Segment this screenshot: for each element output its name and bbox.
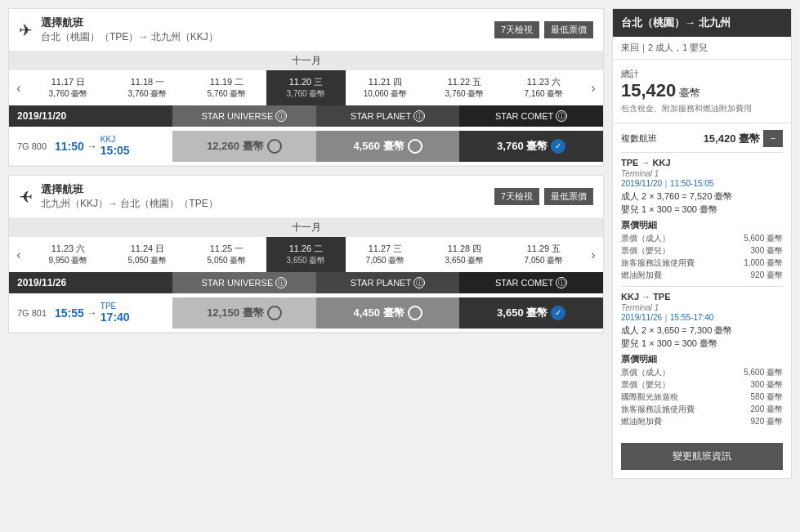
outbound-price-comet-0[interactable]: 3,760 臺幣 ✓ xyxy=(459,131,603,162)
outbound-price-universe-0[interactable]: 12,260 臺幣 xyxy=(172,131,316,162)
outbound-month: 十一月 xyxy=(9,51,603,70)
outbound-select-planet-0[interactable] xyxy=(408,139,422,154)
plane-icon: ✈ xyxy=(19,20,33,40)
inbound-date-6[interactable]: 11.29 五 7,050 臺幣 xyxy=(504,237,583,272)
inbound-cal-btn[interactable]: 7天檢視 xyxy=(494,188,539,205)
route1-adult: 成人 2 × 3,760 = 7,520 臺幣 xyxy=(621,190,783,203)
outbound-flight-num-0: 7G 800 xyxy=(17,141,50,151)
outbound-dep-time-0: 11:50 xyxy=(55,140,84,153)
universe-info-icon[interactable]: ⓘ xyxy=(275,110,287,122)
route1-fare-title: 票價明細 xyxy=(621,219,783,231)
inbound-date-day-1: 11.24 日 xyxy=(110,243,185,255)
outbound-price-planet-0[interactable]: 4,560 臺幣 xyxy=(316,131,460,162)
outbound-prev-arrow[interactable]: ‹ xyxy=(9,77,29,100)
route2-fare-tax-val: 580 臺幣 xyxy=(751,391,783,403)
outbound-select-universe-0[interactable] xyxy=(267,139,282,154)
outbound-route: 台北（桃園）（TPE）→ 北九州（KKJ） xyxy=(41,30,218,44)
outbound-date-price-2: 5,760 臺幣 xyxy=(190,88,264,100)
inbound-date-0[interactable]: 11.23 六 9,950 臺幣 xyxy=(29,237,108,272)
change-flight-btn[interactable]: 變更航班資訊 xyxy=(621,443,783,470)
inbound-next-arrow[interactable]: › xyxy=(583,244,603,266)
outbound-date-2[interactable]: 11.19 二 5,760 臺幣 xyxy=(187,70,266,105)
route1-fare-infant-val: 300 臺幣 xyxy=(751,245,783,257)
outbound-date-1[interactable]: 11.18 一 3,760 臺幣 xyxy=(108,70,187,105)
inbound-date-price-1: 5,050 臺幣 xyxy=(110,255,185,266)
outbound-cal-btn[interactable]: 7天檢視 xyxy=(494,21,539,38)
inbound-select-comet-0[interactable]: ✓ xyxy=(551,306,565,320)
inbound-price-universe-0[interactable]: 12,150 臺幣 xyxy=(172,297,316,329)
outbound-arr-code-0: KKJ xyxy=(101,135,130,144)
route2-fare-service-row: 旅客服務設施使用費 200 臺幣 xyxy=(621,404,783,415)
inbound-dates-row: ‹ 11.23 六 9,950 臺幣 11.24 日 5,050 臺幣 11.2… xyxy=(9,237,603,272)
inbound-price-comet-0[interactable]: 3,650 臺幣 ✓ xyxy=(459,297,603,329)
route2-fare-tax-label: 國際觀光旅遊稅 xyxy=(621,391,678,403)
inbound-date-3[interactable]: 11.26 二 3,650 臺幣 xyxy=(266,237,346,272)
outbound-date-day-1: 11.18 一 xyxy=(110,76,185,88)
route1-fare-adult-row: 票價（成人） 5,600 臺幣 xyxy=(621,233,783,244)
route2-fare-adult-val: 5,600 臺幣 xyxy=(744,367,783,378)
outbound-date-price-6: 7,160 臺幣 xyxy=(507,88,581,100)
outbound-select-comet-0[interactable]: ✓ xyxy=(551,139,565,154)
route2-fare-adult-row: 票價（成人） 5,600 臺幣 xyxy=(621,367,783,378)
inbound-date-price-5: 3,650 臺幣 xyxy=(427,255,502,266)
inbound-universe-info-icon[interactable]: ⓘ xyxy=(275,277,287,288)
pax-info: 來回｜2 成人，1 嬰兒 xyxy=(621,42,708,52)
divider-2 xyxy=(621,286,783,287)
inbound-date-price-4: 7,050 臺幣 xyxy=(348,255,422,266)
divider-1 xyxy=(621,152,783,153)
inbound-date-2[interactable]: 11.25 一 5,050 臺幣 xyxy=(187,237,266,272)
inbound-planet-info-icon[interactable]: ⓘ xyxy=(413,277,425,288)
inbound-date-day-3: 11.26 二 xyxy=(269,243,343,255)
remove-flight-btn[interactable]: － xyxy=(763,130,783,147)
inbound-route: 北九州（KKJ）→ 台北（桃園）（TPE） xyxy=(41,197,218,211)
outbound-date-price-5: 3,760 臺幣 xyxy=(427,88,502,100)
inbound-date-1[interactable]: 11.24 日 5,050 臺幣 xyxy=(108,237,187,272)
outbound-date-5[interactable]: 11.22 五 3,760 臺幣 xyxy=(425,70,504,105)
multi-flight-row: 複數航班 15,420 臺幣 － xyxy=(621,130,783,147)
route1-fare-fuel-label: 燃油附加費 xyxy=(621,270,662,281)
outbound-price-btn[interactable]: 最低票價 xyxy=(544,21,593,38)
outbound-date-day-0: 11.17 日 xyxy=(31,76,105,88)
route2-arrow: → xyxy=(641,292,650,302)
outbound-date-6[interactable]: 11.23 六 7,160 臺幣 xyxy=(504,70,583,105)
outbound-date-4[interactable]: 11.21 四 10,060 臺幣 xyxy=(346,70,425,105)
total-note: 包含稅金、附加服務和燃油附加費用 xyxy=(621,103,783,114)
inbound-price-btn[interactable]: 最低票價 xyxy=(544,188,593,205)
inbound-tier-comet: STAR COMET ⓘ xyxy=(459,272,603,293)
inbound-price-planet-0[interactable]: 4,450 臺幣 xyxy=(316,297,460,329)
outbound-next-arrow[interactable]: › xyxy=(583,77,603,100)
inbound-flight-row-0: 7G 801 15:55 → TPE 17:40 12,150 臺幣 xyxy=(9,293,603,333)
outbound-arr-time-0: 15:05 xyxy=(101,144,130,157)
outbound-date-0[interactable]: 11.17 日 3,760 臺幣 xyxy=(29,70,108,105)
inbound-section: ✈ 選擇航班 北九州（KKJ）→ 台北（桃園）（TPE） 7天檢視 最低票價 十… xyxy=(8,175,604,333)
route2-fare-title: 票價明細 xyxy=(621,353,783,365)
inbound-date-price-3: 3,650 臺幣 xyxy=(269,255,343,266)
sidebar-flights: 複數航班 15,420 臺幣 － TPE → KKJ Terminal 1 20… xyxy=(613,123,791,435)
inbound-date-5[interactable]: 11.28 四 3,650 臺幣 xyxy=(425,237,504,272)
inbound-tier-universe: STAR UNIVERSE ⓘ xyxy=(172,272,316,293)
route1-terminal: Terminal 1 xyxy=(621,169,783,178)
inbound-comet-info-icon[interactable]: ⓘ xyxy=(556,277,567,288)
outbound-date-day-4: 11.21 四 xyxy=(348,76,422,88)
inbound-date-day-0: 11.23 六 xyxy=(31,243,105,255)
route1-fare-infant-label: 票價（嬰兒） xyxy=(621,245,670,257)
total-amount: 15,420 xyxy=(621,80,676,101)
outbound-header: ✈ 選擇航班 台北（桃園）（TPE）→ 北九州（KKJ） 7天檢視 最低票價 xyxy=(9,9,603,51)
plane-return-icon: ✈ xyxy=(19,187,33,207)
inbound-title: 選擇航班 xyxy=(41,182,218,197)
inbound-arr-time-0: 17:40 xyxy=(101,311,130,324)
inbound-select-universe-0[interactable] xyxy=(267,306,282,320)
planet-info-icon[interactable]: ⓘ xyxy=(413,110,425,122)
inbound-tier-planet: STAR PLANET ⓘ xyxy=(316,272,460,293)
route1-fare-fuel-row: 燃油附加費 920 臺幣 xyxy=(621,270,783,281)
route2-fare-infant-val: 300 臺幣 xyxy=(751,379,783,391)
inbound-prev-arrow[interactable]: ‹ xyxy=(9,244,29,266)
inbound-select-planet-0[interactable] xyxy=(408,306,422,320)
sidebar-total-section: 總計 15,420 臺幣 包含稅金、附加服務和燃油附加費用 xyxy=(613,60,791,123)
inbound-flight-num-0: 7G 801 xyxy=(17,308,50,318)
inbound-date-4[interactable]: 11.27 三 7,050 臺幣 xyxy=(346,237,425,272)
inbound-date-price-0: 9,950 臺幣 xyxy=(31,255,105,266)
outbound-date-3[interactable]: 11.20 三 3,760 臺幣 xyxy=(266,70,346,105)
route1-fare-service-label: 旅客服務設施使用費 xyxy=(621,257,695,269)
comet-info-icon[interactable]: ⓘ xyxy=(556,110,567,122)
